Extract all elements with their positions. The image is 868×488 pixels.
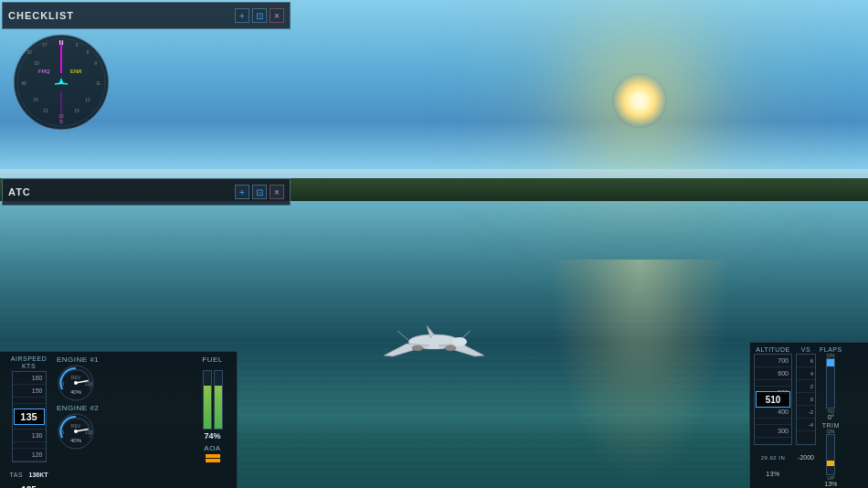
checklist-resize-button[interactable]: ⊡ xyxy=(252,8,267,23)
fuel-value: 74% xyxy=(204,431,220,440)
atc-resize-button[interactable]: ⊡ xyxy=(252,185,267,199)
atc-add-button[interactable]: + xyxy=(235,185,249,199)
altitude-label: ALTITUDE xyxy=(756,346,789,353)
checklist-title: CHECKLIST xyxy=(8,10,235,21)
svg-point-3 xyxy=(452,337,467,346)
tas-label: TAS xyxy=(9,472,23,478)
sun-reflection xyxy=(548,260,731,488)
altitude-tape: 700 600 500 400 300 510 xyxy=(754,354,792,445)
svg-text:15: 15 xyxy=(74,108,79,113)
svg-text:40%: 40% xyxy=(70,438,82,443)
svg-text:ENR: ENR xyxy=(70,69,82,74)
airspeed-unit: KTS xyxy=(22,363,36,369)
svg-text:3: 3 xyxy=(76,42,79,48)
atc-panel: ATC + ⊡ × xyxy=(2,178,291,206)
svg-text:E: E xyxy=(97,80,101,86)
trim-slider xyxy=(826,434,835,475)
trim-label: TRIM xyxy=(822,422,840,429)
engines-column: ENGINE #1 REV 0 110 40% xyxy=(57,355,189,484)
airspeed-indicator: 135 xyxy=(14,408,45,425)
engine1-gauge: REV 0 110 40% xyxy=(57,364,95,402)
svg-text:30: 30 xyxy=(26,49,32,55)
svg-point-2 xyxy=(445,345,456,351)
sun xyxy=(612,73,667,128)
airspeed-label: AIRSPEED xyxy=(11,355,47,362)
engine2-label: ENGINE #2 xyxy=(57,404,189,412)
fuel-bar-2 xyxy=(214,370,223,430)
flaps-slider xyxy=(826,358,835,408)
airspeed-value: 135 xyxy=(20,411,37,422)
svg-text:27: 27 xyxy=(42,42,48,48)
svg-text:6: 6 xyxy=(87,49,90,55)
svg-text:W: W xyxy=(21,80,26,86)
svg-text:REV: REV xyxy=(71,375,81,380)
vs-label: VS xyxy=(801,346,810,353)
svg-text:33: 33 xyxy=(34,60,39,66)
compass: N E S W 3 6 9 33 30 27 12 15 18 21 24 FR… xyxy=(11,32,111,133)
fuel-aoa-column: FUEL 74% AOA xyxy=(192,355,233,484)
flaps-block: FLAPS DN TO 0° xyxy=(820,346,842,420)
airspeed-tape: 160 150 140 130 120 110 135 xyxy=(12,371,47,462)
fuel-bar-1 xyxy=(203,370,212,430)
svg-text:FRQ: FRQ xyxy=(38,69,50,74)
flaps-label: FLAPS xyxy=(820,346,842,353)
fuel-label: FUEL xyxy=(202,355,222,364)
atc-close-button[interactable]: × xyxy=(270,185,284,199)
svg-text:9: 9 xyxy=(95,60,98,66)
flaps-trim-section: FLAPS DN TO 0° TRIM DN UP 13% xyxy=(820,346,842,484)
svg-text:40%: 40% xyxy=(70,389,82,395)
altitude-value: 510 xyxy=(766,395,781,405)
tas-value: 136KT xyxy=(29,472,48,478)
checklist-close-button[interactable]: × xyxy=(270,8,284,23)
svg-text:12: 12 xyxy=(85,97,90,102)
engine1-block: ENGINE #1 REV 0 110 40% xyxy=(57,355,189,402)
engine2-block: ENGINE #2 REV 0 110 40% xyxy=(57,404,189,451)
atc-title: ATC xyxy=(8,186,235,197)
vs-value: -2000 xyxy=(798,454,814,461)
checklist-add-button[interactable]: + xyxy=(235,8,249,23)
airspeed-column: AIRSPEED KTS 160 150 140 130 120 xyxy=(4,355,54,484)
altitude-indicator: 510 xyxy=(756,391,790,408)
altitude-section: ALTITUDE 700 600 500 400 300 510 29.92 I… xyxy=(754,346,792,484)
svg-text:21: 21 xyxy=(43,108,48,113)
svg-point-1 xyxy=(412,345,423,351)
flaps-value: 0° xyxy=(828,414,834,420)
baro-value: 13% xyxy=(766,471,780,477)
trim-value: 13% xyxy=(824,481,837,487)
svg-point-30 xyxy=(74,381,78,385)
baro-label: 29.92 IN xyxy=(761,455,786,461)
bottom-hud: AIRSPEED KTS 160 150 140 130 120 xyxy=(0,351,238,488)
right-hud: ALTITUDE 700 600 500 400 300 510 29.92 I… xyxy=(749,342,868,488)
checklist-panel: CHECKLIST + ⊡ × xyxy=(2,2,291,29)
svg-point-37 xyxy=(74,430,78,433)
trim-block: TRIM DN UP 13% xyxy=(822,422,840,487)
vs-tape: 6 4 2 0 -2 -4 xyxy=(796,354,816,445)
aoa-label: AOA xyxy=(204,444,220,452)
engine1-label: ENGINE #1 xyxy=(57,355,189,364)
aoa-indicator xyxy=(206,454,220,462)
engine2-gauge: REV 0 110 40% xyxy=(57,412,95,451)
svg-text:REV: REV xyxy=(71,423,81,429)
svg-text:24: 24 xyxy=(33,97,38,102)
airplane xyxy=(379,305,489,378)
vs-section: VS 6 4 2 0 -2 -4 -2000 xyxy=(796,346,816,484)
